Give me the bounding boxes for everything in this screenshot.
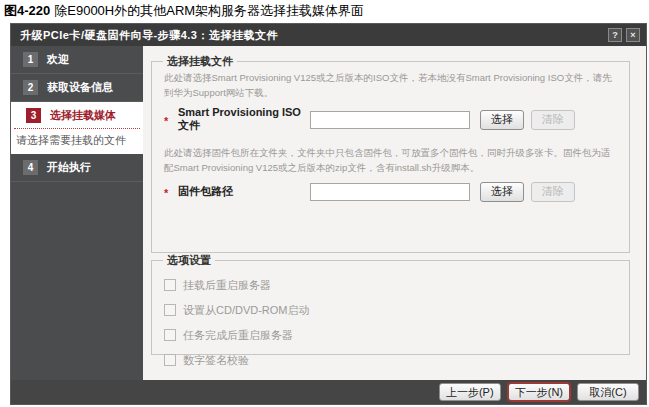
firmware-path-input[interactable] xyxy=(310,183,470,201)
file-select-group: 选择挂载文件 此处请选择Smart Provisioning V125或之后版本… xyxy=(151,54,630,253)
figure-number: 图4-220 xyxy=(4,3,50,18)
file-select-group-title: 选择挂载文件 xyxy=(163,54,237,69)
firmware-clear-button[interactable]: 清除 xyxy=(531,182,575,202)
step-number-badge: 1 xyxy=(23,52,38,67)
restart-after-task-checkbox[interactable] xyxy=(164,329,176,341)
step-number-badge: 2 xyxy=(23,80,38,95)
sidebar-step-select-media-active[interactable]: 3 选择挂载媒体 请选择需要挂载的文件 xyxy=(11,102,143,154)
option-row-restart-after-mount: 挂载后重启服务器 xyxy=(164,277,619,293)
sidebar-step-welcome[interactable]: 1 欢迎 xyxy=(11,46,143,74)
sidebar-step-execute[interactable]: 4 开始执行 xyxy=(11,154,143,182)
next-step-button[interactable]: 下一步(N) xyxy=(508,383,570,401)
page: 图4-220除E9000H外的其他ARM架构服务器选择挂载媒体界面 升级PCIe… xyxy=(0,0,649,407)
iso-file-label: Smart Provisioning ISO文件 xyxy=(178,106,310,133)
step-label: 获取设备信息 xyxy=(47,80,113,95)
option-row-signature-check: 数字签名校验 xyxy=(164,352,619,368)
iso-file-row: * Smart Provisioning ISO文件 选择 清除 xyxy=(164,106,619,133)
option-row-restart-after-task: 任务完成后重启服务器 xyxy=(164,327,619,343)
options-group-title: 选项设置 xyxy=(163,253,215,268)
wizard-steps-sidebar: 1 欢迎 2 获取设备信息 3 选择挂载媒体 请选择需要挂载的文件 4 开始执行 xyxy=(11,46,143,380)
checkbox-label: 挂载后重启服务器 xyxy=(183,278,271,293)
boot-from-cd-checkbox[interactable] xyxy=(164,304,176,316)
active-step-description: 请选择需要挂载的文件 xyxy=(11,129,143,154)
checkbox-label: 任务完成后重启服务器 xyxy=(183,328,293,343)
iso-file-input[interactable] xyxy=(310,111,470,129)
firmware-path-label: 固件包路径 xyxy=(178,184,310,199)
iso-select-button[interactable]: 选择 xyxy=(480,110,524,130)
close-icon[interactable]: × xyxy=(626,28,640,42)
step-number-badge: 4 xyxy=(23,160,38,175)
step-label: 选择挂载媒体 xyxy=(50,108,116,123)
step-number-badge: 3 xyxy=(26,108,41,123)
required-mark: * xyxy=(164,112,178,127)
checkbox-label: 数字签名校验 xyxy=(183,353,249,368)
checkbox-label: 设置从CD/DVD-ROM启动 xyxy=(183,303,310,318)
firmware-select-button[interactable]: 选择 xyxy=(480,182,524,202)
firmware-path-row: * 固件包路径 选择 清除 xyxy=(164,182,619,202)
signature-check-checkbox[interactable] xyxy=(164,354,176,366)
dialog-titlebar: 升级PCIe卡/硬盘固件向导-步骤4.3：选择挂载文件 ? × xyxy=(11,24,646,46)
options-group: 选项设置 挂载后重启服务器 设置从CD/DVD-ROM启动 任务完成后重启服务器 xyxy=(151,253,630,355)
figure-caption: 除E9000H外的其他ARM架构服务器选择挂载媒体界面 xyxy=(54,3,364,18)
figure-title: 图4-220除E9000H外的其他ARM架构服务器选择挂载媒体界面 xyxy=(4,2,364,20)
previous-step-button[interactable]: 上一步(P) xyxy=(439,383,501,401)
iso-clear-button[interactable]: 清除 xyxy=(531,110,575,130)
wizard-content: 选择挂载文件 此处请选择Smart Provisioning V125或之后版本… xyxy=(143,46,646,380)
firmware-hint-text: 此处请选择固件包所在文件夹，文件夹中只包含固件包，可放置多个固件包，同时升级多张… xyxy=(164,146,619,175)
dialog-footer: 上一步(P) 下一步(N) 取消(C) xyxy=(11,380,646,404)
cancel-button[interactable]: 取消(C) xyxy=(577,383,639,401)
step-label: 开始执行 xyxy=(47,160,91,175)
dialog-body: 1 欢迎 2 获取设备信息 3 选择挂载媒体 请选择需要挂载的文件 4 开始执行 xyxy=(11,46,646,380)
restart-after-mount-checkbox[interactable] xyxy=(164,279,176,291)
option-row-boot-from-cd: 设置从CD/DVD-ROM启动 xyxy=(164,302,619,318)
iso-hint-text: 此处请选择Smart Provisioning V125或之后版本的ISO文件，… xyxy=(164,71,619,100)
dialog-title: 升级PCIe卡/硬盘固件向导-步骤4.3：选择挂载文件 xyxy=(20,28,604,43)
active-step-row: 3 选择挂载媒体 xyxy=(14,102,140,129)
help-icon[interactable]: ? xyxy=(608,28,622,42)
sidebar-step-device-info[interactable]: 2 获取设备信息 xyxy=(11,74,143,102)
wizard-dialog: 升级PCIe卡/硬盘固件向导-步骤4.3：选择挂载文件 ? × 1 欢迎 2 获… xyxy=(10,23,647,405)
step-label: 欢迎 xyxy=(47,52,69,67)
required-mark: * xyxy=(164,184,178,199)
